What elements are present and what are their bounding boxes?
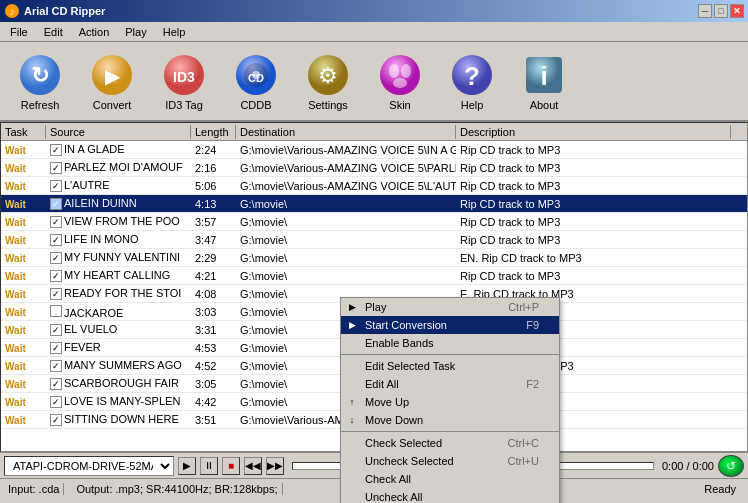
track-checkbox[interactable]: ✓ <box>50 270 62 282</box>
context-menu-item-label: Check All <box>365 473 411 485</box>
table-row[interactable]: Wait ✓LIFE IN MONO 3:47 G:\movie\ Rip CD… <box>1 231 747 249</box>
track-checkbox[interactable]: ✓ <box>50 378 62 390</box>
context-menu-item[interactable]: Check All <box>341 470 559 488</box>
track-checkbox[interactable]: ✓ <box>50 198 62 210</box>
context-menu-item[interactable]: Edit AllF2 <box>341 375 559 393</box>
prev-button[interactable]: ◀◀ <box>244 457 262 475</box>
length-cell: 3:47 <box>191 233 236 247</box>
track-checkbox[interactable]: ✓ <box>50 216 62 228</box>
table-row[interactable]: Wait ✓PARLEZ MOI D'AMOUF 2:16 G:\movie\V… <box>1 159 747 177</box>
table-row[interactable]: Wait ✓L'AUTRE 5:06 G:\movie\Various-AMAZ… <box>1 177 747 195</box>
dest-cell: G:\movie\ <box>236 197 456 211</box>
play-button[interactable]: ▶ <box>178 457 196 475</box>
track-checkbox[interactable]: ✓ <box>50 162 62 174</box>
menu-file[interactable]: File <box>2 24 36 40</box>
titlebar: ♪ Arial CD Ripper ─ □ ✕ <box>0 0 748 22</box>
about-button[interactable]: i About <box>512 51 576 111</box>
table-row[interactable]: Wait ✓AILEIN DUINN 4:13 G:\movie\ Rip CD… <box>1 195 747 213</box>
task-cell: Wait <box>1 251 46 265</box>
source-cell: ✓EL VUELO <box>46 322 191 337</box>
context-menu-separator <box>341 354 559 355</box>
context-menu-item[interactable]: ▶Start ConversionF9 <box>341 316 559 334</box>
track-checkbox[interactable]: ✓ <box>50 342 62 354</box>
id3tag-button[interactable]: ID3 ID3 Tag <box>152 51 216 111</box>
task-cell: Wait <box>1 377 46 391</box>
about-label: About <box>530 99 559 111</box>
track-checkbox[interactable]: ✓ <box>50 252 62 264</box>
dest-cell: G:\movie\Various-AMAZING VOICE 5\L'AUTRE… <box>236 179 456 193</box>
track-checkbox[interactable]: ✓ <box>50 144 62 156</box>
context-menu-item[interactable]: ↓Move Down <box>341 411 559 429</box>
menu-edit[interactable]: Edit <box>36 24 71 40</box>
help-button[interactable]: ? Help <box>440 51 504 111</box>
context-menu-item[interactable]: Enable Bands <box>341 334 559 352</box>
svg-text:↻: ↻ <box>31 63 49 88</box>
refresh-icon: ↻ <box>16 51 64 99</box>
track-checkbox[interactable]: ✓ <box>50 234 62 246</box>
next-button[interactable]: ▶▶ <box>266 457 284 475</box>
wait-badge: Wait <box>5 397 26 408</box>
context-menu-item-label: Uncheck All <box>365 491 422 503</box>
track-checkbox[interactable]: ✓ <box>50 414 62 426</box>
table-row[interactable]: Wait ✓MY HEART CALLING 4:21 G:\movie\ Ri… <box>1 267 747 285</box>
desc-cell: Rip CD track to MP3 <box>456 233 747 247</box>
desc-cell: Rip CD track to MP3 <box>456 179 747 193</box>
context-menu-item[interactable]: ↑Move Up <box>341 393 559 411</box>
length-cell: 5:06 <box>191 179 236 193</box>
svg-text:♪: ♪ <box>10 6 15 17</box>
svg-text:?: ? <box>464 61 480 91</box>
track-checkbox[interactable] <box>50 305 62 317</box>
context-menu-item[interactable]: Check SelectedCtrl+C <box>341 434 559 452</box>
action-button[interactable]: ↺ <box>718 455 744 477</box>
track-checkbox[interactable]: ✓ <box>50 324 62 336</box>
close-button[interactable]: ✕ <box>730 4 744 18</box>
length-cell: 4:21 <box>191 269 236 283</box>
col-header-desc: Description <box>456 125 731 139</box>
wait-badge: Wait <box>5 235 26 246</box>
track-checkbox[interactable]: ✓ <box>50 396 62 408</box>
refresh-button[interactable]: ↻ Refresh <box>8 51 72 111</box>
minimize-button[interactable]: ─ <box>698 4 712 18</box>
pause-button[interactable]: ⏸ <box>200 457 218 475</box>
help-label: Help <box>461 99 484 111</box>
svg-point-14 <box>380 55 420 95</box>
dest-cell: G:\movie\ <box>236 251 456 265</box>
table-row[interactable]: Wait ✓VIEW FROM THE POO 3:57 G:\movie\ R… <box>1 213 747 231</box>
source-cell: ✓AILEIN DUINN <box>46 196 191 211</box>
context-menu-item[interactable]: Edit Selected Task <box>341 357 559 375</box>
task-cell: Wait <box>1 269 46 283</box>
settings-label: Settings <box>308 99 348 111</box>
context-menu-item[interactable]: Uncheck All <box>341 488 559 503</box>
svg-text:⚙: ⚙ <box>318 63 338 88</box>
track-checkbox[interactable]: ✓ <box>50 180 62 192</box>
maximize-button[interactable]: □ <box>714 4 728 18</box>
context-menu-item[interactable]: Uncheck SelectedCtrl+U <box>341 452 559 470</box>
wait-badge: Wait <box>5 361 26 372</box>
svg-text:▶: ▶ <box>105 65 121 87</box>
track-checkbox[interactable]: ✓ <box>50 288 62 300</box>
task-cell: Wait <box>1 341 46 355</box>
source-cell: ✓L'AUTRE <box>46 178 191 193</box>
stop-button[interactable]: ■ <box>222 457 240 475</box>
table-row[interactable]: Wait ✓MY FUNNY VALENTINI 2:29 G:\movie\ … <box>1 249 747 267</box>
desc-cell: Rip CD track to MP3 <box>456 143 747 157</box>
cddb-button[interactable]: CD CDDB <box>224 51 288 111</box>
svg-text:i: i <box>540 61 547 91</box>
menu-help[interactable]: Help <box>155 24 194 40</box>
context-menu-item[interactable]: ▶PlayCtrl+P <box>341 298 559 316</box>
task-cell: Wait <box>1 143 46 157</box>
device-select[interactable]: ATAPI-CDROM-DRIVE-52MAX 52BE <box>4 456 174 476</box>
track-checkbox[interactable]: ✓ <box>50 360 62 372</box>
skin-button[interactable]: Skin <box>368 51 432 111</box>
table-row[interactable]: Wait ✓IN A GLADE 2:24 G:\movie\Various-A… <box>1 141 747 159</box>
menu-play[interactable]: Play <box>117 24 154 40</box>
cddb-label: CDDB <box>240 99 271 111</box>
convert-button[interactable]: ▶ Convert <box>80 51 144 111</box>
about-icon: i <box>520 51 568 99</box>
task-cell: Wait <box>1 233 46 247</box>
menu-action[interactable]: Action <box>71 24 118 40</box>
context-menu-shortcut: Ctrl+U <box>508 455 539 467</box>
settings-button[interactable]: ⚙ Settings <box>296 51 360 111</box>
source-cell: ✓MY FUNNY VALENTINI <box>46 250 191 265</box>
source-cell: ✓LOVE IS MANY-SPLEN <box>46 394 191 409</box>
